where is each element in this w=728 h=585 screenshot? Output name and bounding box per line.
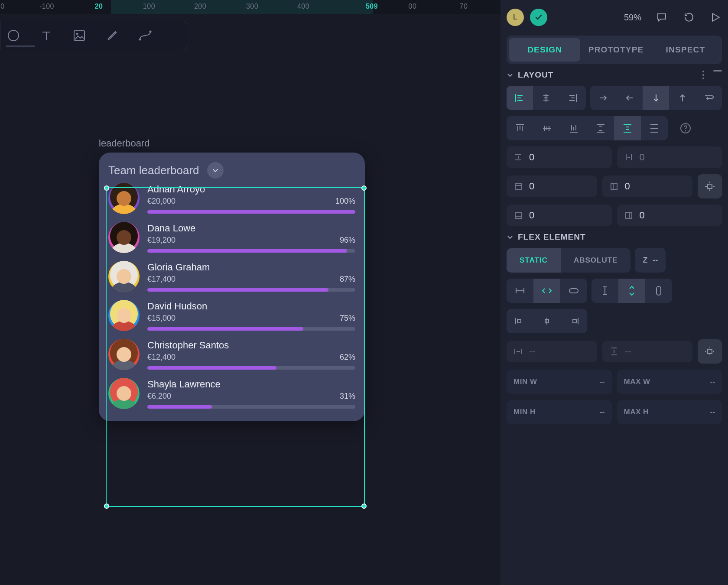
play-icon[interactable] — [709, 11, 722, 24]
self-end-icon[interactable] — [560, 309, 587, 333]
align-right-icon[interactable] — [559, 86, 586, 110]
pad-l-icon — [624, 211, 634, 220]
height-hug-icon[interactable] — [645, 279, 672, 303]
min-h-field[interactable]: MIN H-- — [507, 400, 612, 424]
pad-l-field[interactable]: 0 — [617, 205, 722, 226]
leaderboard-dropdown[interactable] — [207, 162, 224, 179]
svg-rect-13 — [708, 184, 712, 188]
self-center-icon[interactable] — [533, 309, 560, 333]
margin-h-field[interactable]: -- — [507, 341, 597, 362]
tab-inspect[interactable]: INSPECT — [652, 38, 719, 62]
selection-handle-ne[interactable] — [361, 185, 367, 191]
more-icon[interactable] — [702, 70, 705, 80]
pad-l-value: 0 — [640, 210, 645, 221]
min-w-value: -- — [600, 377, 604, 386]
svg-rect-11 — [515, 183, 521, 189]
align-h-group — [507, 86, 586, 110]
toolbar-scrollbar[interactable] — [6, 46, 35, 47]
margin-individual-icon[interactable] — [698, 339, 722, 364]
curve-tool[interactable] — [137, 28, 153, 43]
align-bottom-icon[interactable] — [560, 116, 587, 140]
image-tool[interactable] — [72, 28, 87, 43]
align-top-icon[interactable] — [507, 116, 533, 140]
col-gap-field[interactable]: 0 — [617, 146, 722, 168]
height-sizing-group — [592, 279, 672, 303]
align-left-icon[interactable] — [507, 86, 533, 110]
remove-icon[interactable] — [713, 70, 722, 80]
width-fix-icon[interactable] — [507, 279, 533, 303]
help-icon[interactable] — [672, 116, 699, 140]
self-align-group — [507, 309, 587, 333]
history-icon[interactable] — [682, 11, 695, 24]
min-w-field[interactable]: MIN W-- — [507, 370, 612, 394]
pad-v-field[interactable]: 0 — [507, 176, 597, 197]
presence-avatar[interactable]: L — [507, 9, 524, 26]
pad-individual-icon[interactable] — [698, 174, 722, 198]
text-tool[interactable] — [39, 28, 54, 43]
max-w-label: MAX W — [624, 377, 650, 386]
height-fix-icon[interactable] — [592, 279, 618, 303]
tab-prototype[interactable]: PROTOTYPE — [580, 38, 651, 62]
svg-point-4 — [150, 31, 152, 33]
mode-absolute[interactable]: ABSOLUTE — [561, 248, 631, 273]
width-hug-icon[interactable] — [560, 279, 587, 303]
circle-tool[interactable] — [6, 28, 21, 43]
ruler-tick: 70 — [460, 3, 468, 10]
margin-v-icon — [609, 347, 619, 356]
space-around-icon[interactable] — [614, 116, 641, 140]
tab-design[interactable]: DESIGN — [509, 38, 580, 62]
selection-box[interactable] — [106, 187, 365, 507]
space-between-icon[interactable] — [587, 116, 614, 140]
max-w-field[interactable]: MAX W-- — [617, 370, 722, 394]
wrap-icon[interactable] — [696, 86, 722, 110]
self-start-icon[interactable] — [507, 309, 533, 333]
width-fill-icon[interactable] — [533, 279, 560, 303]
svg-point-7 — [702, 78, 704, 79]
leaderboard-title: Team leaderboard — [108, 164, 199, 177]
svg-point-2 — [76, 33, 78, 35]
chevron-down-icon[interactable] — [507, 72, 514, 78]
pad-h-icon — [609, 182, 619, 191]
max-h-value: -- — [710, 408, 715, 416]
row-gap-field[interactable]: 0 — [507, 146, 612, 168]
margin-v-field[interactable]: -- — [602, 341, 693, 362]
shape-toolbar — [0, 21, 187, 50]
align-center-icon[interactable] — [533, 86, 559, 110]
ruler-tick: 0 — [0, 3, 4, 10]
arrow-down-icon[interactable] — [643, 86, 669, 110]
svg-rect-17 — [656, 286, 661, 295]
min-w-label: MIN W — [514, 377, 537, 386]
selection-handle-se[interactable] — [361, 504, 367, 509]
pad-h-field[interactable]: 0 — [602, 176, 693, 197]
arrow-up-icon[interactable] — [669, 86, 696, 110]
width-sizing-group — [507, 279, 587, 303]
panel-tabs: DESIGN PROTOTYPE INSPECT — [507, 36, 722, 64]
arrow-left-icon[interactable] — [617, 86, 643, 110]
margin-v-value: -- — [625, 346, 631, 357]
height-fill-icon[interactable] — [618, 279, 645, 303]
z-label: Z — [643, 256, 647, 265]
pencil-tool[interactable] — [104, 28, 120, 43]
ruler-tick: 509 — [366, 3, 378, 10]
max-h-field[interactable]: MAX H-- — [617, 400, 722, 424]
space-evenly-icon[interactable] — [641, 116, 668, 140]
frame-label[interactable]: leaderboard — [99, 138, 150, 149]
chevron-down-icon[interactable] — [507, 234, 514, 240]
arrow-right-icon[interactable] — [590, 86, 617, 110]
pad-b-field[interactable]: 0 — [507, 205, 612, 226]
presence-status[interactable] — [530, 9, 547, 26]
mode-static[interactable]: STATIC — [507, 248, 561, 273]
layout-section: LAYOUT — [507, 70, 722, 226]
selection-handle-nw[interactable] — [104, 185, 109, 191]
svg-point-3 — [139, 39, 141, 41]
zoom-level[interactable]: 59% — [624, 13, 641, 23]
canvas[interactable]: 0-100201002003004005090070 leaderboard — [0, 0, 500, 585]
align-middle-icon[interactable] — [533, 116, 560, 140]
comments-icon[interactable] — [655, 11, 668, 24]
ruler-tick: 100 — [143, 3, 155, 10]
svg-rect-8 — [713, 70, 722, 72]
selection-handle-sw[interactable] — [104, 504, 109, 509]
flex-element-section: FLEX ELEMENT STATIC ABSOLUTE Z -- — [507, 232, 722, 424]
position-mode-group: STATIC ABSOLUTE — [507, 248, 630, 273]
z-index-field[interactable]: Z -- — [635, 248, 666, 273]
